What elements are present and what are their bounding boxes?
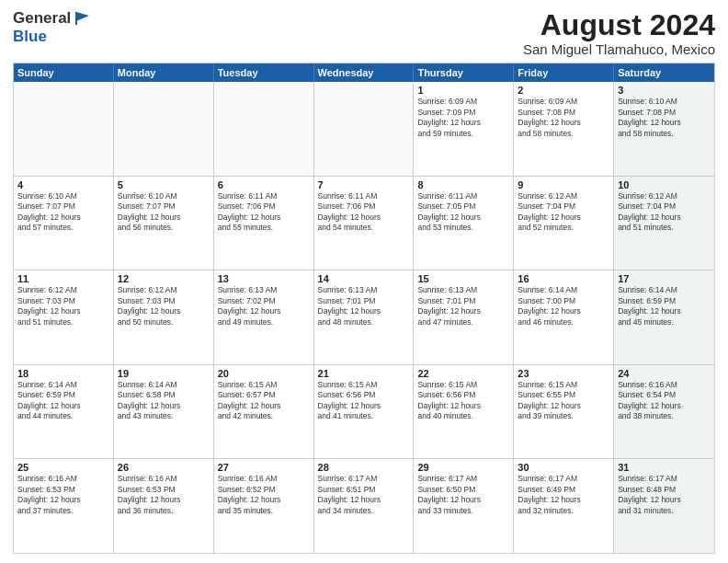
cell-info: Sunrise: 6:14 AM Sunset: 6:58 PM Dayligh… xyxy=(118,380,210,422)
calendar-cell-day-25: 25Sunrise: 6:16 AM Sunset: 6:53 PM Dayli… xyxy=(14,459,114,553)
day-number: 9 xyxy=(518,179,609,190)
sub-title: San Miguel Tlamahuco, Mexico xyxy=(523,41,715,57)
logo: General Blue xyxy=(13,9,91,46)
day-number: 10 xyxy=(618,179,711,190)
svg-marker-0 xyxy=(76,12,89,21)
calendar-cell-day-31: 31Sunrise: 6:17 AM Sunset: 6:48 PM Dayli… xyxy=(614,459,714,553)
header: General Blue August 2024 San Miguel Tlam… xyxy=(13,9,715,57)
day-number: 13 xyxy=(218,273,310,284)
calendar-cell-empty-0-1 xyxy=(114,82,214,176)
logo-flag-icon xyxy=(73,8,91,27)
day-header-tuesday: Tuesday xyxy=(214,63,314,82)
calendar-cell-day-19: 19Sunrise: 6:14 AM Sunset: 6:58 PM Dayli… xyxy=(114,365,214,459)
calendar-header: SundayMondayTuesdayWednesdayThursdayFrid… xyxy=(14,63,714,82)
day-number: 12 xyxy=(118,273,210,284)
cell-info: Sunrise: 6:09 AM Sunset: 7:09 PM Dayligh… xyxy=(417,97,509,139)
calendar-cell-day-16: 16Sunrise: 6:14 AM Sunset: 7:00 PM Dayli… xyxy=(514,270,614,364)
day-number: 17 xyxy=(618,273,711,284)
calendar-row-5: 25Sunrise: 6:16 AM Sunset: 6:53 PM Dayli… xyxy=(14,458,714,553)
cell-info: Sunrise: 6:15 AM Sunset: 6:55 PM Dayligh… xyxy=(518,380,609,422)
cell-info: Sunrise: 6:16 AM Sunset: 6:54 PM Dayligh… xyxy=(618,380,711,422)
calendar-row-2: 4Sunrise: 6:10 AM Sunset: 7:07 PM Daylig… xyxy=(14,176,714,270)
day-number: 18 xyxy=(17,368,109,379)
calendar-body: 1Sunrise: 6:09 AM Sunset: 7:09 PM Daylig… xyxy=(14,82,714,553)
calendar-cell-day-1: 1Sunrise: 6:09 AM Sunset: 7:09 PM Daylig… xyxy=(414,82,514,176)
day-number: 26 xyxy=(118,462,210,473)
cell-info: Sunrise: 6:17 AM Sunset: 6:49 PM Dayligh… xyxy=(518,474,609,516)
cell-info: Sunrise: 6:10 AM Sunset: 7:07 PM Dayligh… xyxy=(118,191,210,234)
day-number: 16 xyxy=(518,273,609,284)
calendar-cell-day-6: 6Sunrise: 6:11 AM Sunset: 7:06 PM Daylig… xyxy=(214,177,314,270)
day-header-friday: Friday xyxy=(514,63,614,82)
cell-info: Sunrise: 6:16 AM Sunset: 6:52 PM Dayligh… xyxy=(218,474,310,516)
cell-info: Sunrise: 6:14 AM Sunset: 7:00 PM Dayligh… xyxy=(518,285,609,327)
cell-info: Sunrise: 6:10 AM Sunset: 7:08 PM Dayligh… xyxy=(618,97,711,139)
calendar-cell-empty-0-0 xyxy=(14,82,114,176)
day-header-sunday: Sunday xyxy=(14,63,114,82)
cell-info: Sunrise: 6:17 AM Sunset: 6:50 PM Dayligh… xyxy=(417,474,509,516)
calendar-cell-day-4: 4Sunrise: 6:10 AM Sunset: 7:07 PM Daylig… xyxy=(14,177,114,270)
day-header-saturday: Saturday xyxy=(614,63,714,82)
calendar-cell-day-11: 11Sunrise: 6:12 AM Sunset: 7:03 PM Dayli… xyxy=(14,270,114,364)
cell-info: Sunrise: 6:09 AM Sunset: 7:08 PM Dayligh… xyxy=(518,97,609,139)
day-number: 11 xyxy=(17,273,109,284)
cell-info: Sunrise: 6:17 AM Sunset: 6:51 PM Dayligh… xyxy=(318,474,410,516)
calendar-cell-day-10: 10Sunrise: 6:12 AM Sunset: 7:04 PM Dayli… xyxy=(614,177,714,270)
calendar-cell-day-20: 20Sunrise: 6:15 AM Sunset: 6:57 PM Dayli… xyxy=(214,365,314,459)
day-number: 7 xyxy=(318,179,410,190)
day-number: 6 xyxy=(218,179,310,190)
calendar-row-3: 11Sunrise: 6:12 AM Sunset: 7:03 PM Dayli… xyxy=(14,270,714,364)
title-block: August 2024 San Miguel Tlamahuco, Mexico xyxy=(523,9,715,57)
day-number: 1 xyxy=(417,85,509,96)
cell-info: Sunrise: 6:13 AM Sunset: 7:02 PM Dayligh… xyxy=(218,285,310,327)
cell-info: Sunrise: 6:11 AM Sunset: 7:05 PM Dayligh… xyxy=(417,191,509,234)
cell-info: Sunrise: 6:11 AM Sunset: 7:06 PM Dayligh… xyxy=(318,191,410,234)
cell-info: Sunrise: 6:12 AM Sunset: 7:03 PM Dayligh… xyxy=(17,285,109,327)
day-number: 14 xyxy=(318,273,410,284)
logo-general-text: General xyxy=(13,9,71,28)
day-header-thursday: Thursday xyxy=(414,63,514,82)
main-title: August 2024 xyxy=(523,9,715,41)
day-number: 15 xyxy=(417,273,509,284)
day-header-monday: Monday xyxy=(114,63,214,82)
cell-info: Sunrise: 6:13 AM Sunset: 7:01 PM Dayligh… xyxy=(318,285,410,327)
cell-info: Sunrise: 6:14 AM Sunset: 6:59 PM Dayligh… xyxy=(17,380,109,422)
calendar-cell-day-21: 21Sunrise: 6:15 AM Sunset: 6:56 PM Dayli… xyxy=(314,365,415,459)
cell-info: Sunrise: 6:12 AM Sunset: 7:04 PM Dayligh… xyxy=(618,191,711,234)
day-number: 21 xyxy=(318,368,410,379)
day-number: 24 xyxy=(618,368,711,379)
day-number: 2 xyxy=(518,85,609,96)
calendar-cell-day-8: 8Sunrise: 6:11 AM Sunset: 7:05 PM Daylig… xyxy=(414,177,514,270)
cell-info: Sunrise: 6:17 AM Sunset: 6:48 PM Dayligh… xyxy=(618,474,711,516)
calendar-cell-day-3: 3Sunrise: 6:10 AM Sunset: 7:08 PM Daylig… xyxy=(614,82,714,176)
day-number: 19 xyxy=(118,368,210,379)
calendar-cell-empty-0-3 xyxy=(314,82,415,176)
cell-info: Sunrise: 6:16 AM Sunset: 6:53 PM Dayligh… xyxy=(118,474,210,516)
cell-info: Sunrise: 6:12 AM Sunset: 7:03 PM Dayligh… xyxy=(118,285,210,327)
day-number: 23 xyxy=(518,368,609,379)
calendar-cell-day-2: 2Sunrise: 6:09 AM Sunset: 7:08 PM Daylig… xyxy=(514,82,614,176)
day-header-wednesday: Wednesday xyxy=(314,63,415,82)
calendar-cell-day-22: 22Sunrise: 6:15 AM Sunset: 6:56 PM Dayli… xyxy=(414,365,514,459)
calendar-cell-day-30: 30Sunrise: 6:17 AM Sunset: 6:49 PM Dayli… xyxy=(514,459,614,553)
cell-info: Sunrise: 6:13 AM Sunset: 7:01 PM Dayligh… xyxy=(417,285,509,327)
calendar-cell-day-15: 15Sunrise: 6:13 AM Sunset: 7:01 PM Dayli… xyxy=(414,270,514,364)
calendar-row-1: 1Sunrise: 6:09 AM Sunset: 7:09 PM Daylig… xyxy=(14,82,714,176)
day-number: 4 xyxy=(17,179,109,190)
logo-blue-text: Blue xyxy=(13,28,47,45)
day-number: 5 xyxy=(118,179,210,190)
day-number: 20 xyxy=(218,368,310,379)
cell-info: Sunrise: 6:10 AM Sunset: 7:07 PM Dayligh… xyxy=(17,191,109,234)
cell-info: Sunrise: 6:15 AM Sunset: 6:56 PM Dayligh… xyxy=(417,380,509,422)
day-number: 28 xyxy=(318,462,410,473)
calendar-cell-empty-0-2 xyxy=(214,82,314,176)
calendar-cell-day-24: 24Sunrise: 6:16 AM Sunset: 6:54 PM Dayli… xyxy=(614,365,714,459)
day-number: 31 xyxy=(618,462,711,473)
day-number: 3 xyxy=(618,85,711,96)
calendar: SundayMondayTuesdayWednesdayThursdayFrid… xyxy=(13,63,715,554)
calendar-cell-day-18: 18Sunrise: 6:14 AM Sunset: 6:59 PM Dayli… xyxy=(14,365,114,459)
page: General Blue August 2024 San Miguel Tlam… xyxy=(0,0,728,563)
cell-info: Sunrise: 6:16 AM Sunset: 6:53 PM Dayligh… xyxy=(17,474,109,516)
calendar-cell-day-29: 29Sunrise: 6:17 AM Sunset: 6:50 PM Dayli… xyxy=(414,459,514,553)
cell-info: Sunrise: 6:12 AM Sunset: 7:04 PM Dayligh… xyxy=(518,191,609,234)
